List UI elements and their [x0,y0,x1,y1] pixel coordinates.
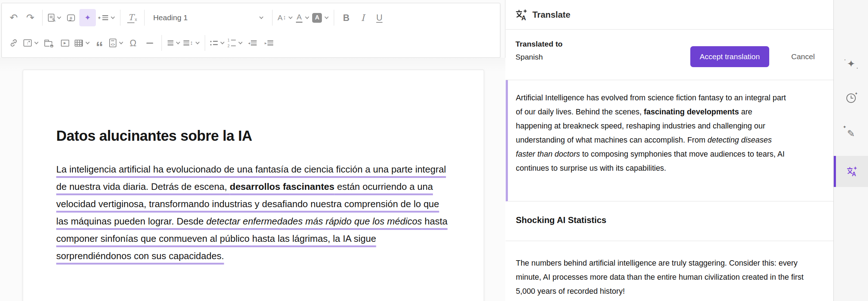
redo-button[interactable]: ↷ [22,9,39,26]
track-changes-icon: ✎ [48,14,54,22]
line-height-button[interactable]: ↕ [182,34,201,52]
heading-dropdown[interactable]: Heading 1 [148,9,269,26]
toolbar-divider [161,35,162,51]
toolbar-divider [272,10,273,26]
file-manager-button[interactable]: + [40,34,57,52]
editor-column: ↶ ↷ ✎ + ✦ ✦ Tx Heading 1 [0,0,505,301]
chevron-down-icon [111,15,115,19]
toolbar-divider [42,10,43,26]
font-size-button[interactable]: A↕ [276,9,294,26]
font-background-color-icon: A [312,13,322,23]
insert-media-button[interactable]: ▶ [57,34,73,52]
image-upload-icon: ↑ [23,39,32,47]
toolbar-divider [334,10,334,26]
document-heading: Datos alucinantes sobre la IA [56,128,449,144]
app-root: ↶ ↷ ✎ + ✦ ✦ Tx Heading 1 [0,0,868,301]
underline-button[interactable]: U [371,9,388,26]
pencil-icon: ✎ [52,17,56,23]
chevron-down-icon [259,15,263,19]
translation-source-block: Artificial Intelligence has evolved from… [506,80,833,201]
sidebar-item-ai-history[interactable]: ✦ [834,83,868,114]
ai-commands-icon: ✦ [97,15,108,21]
svg-text:A: A [521,14,526,21]
media-icon: ▶ [61,40,69,47]
cancel-button[interactable]: Cancel [791,46,815,67]
document-paragraph: La inteligencia artificial ha evoluciona… [56,161,449,265]
statistics-block: The numbers behind artificial intelligen… [506,241,833,301]
translate-icon: A [846,166,858,177]
ai-sparkle-icon: ✦ [84,13,91,22]
bulleted-list-button[interactable] [209,34,226,52]
table-icon [75,40,83,47]
translated-to-label: Translated to [515,40,563,48]
italic-button[interactable]: I [354,9,371,26]
text-alignment-button[interactable] [165,34,182,52]
bold-button[interactable]: B [338,9,354,26]
font-color-button[interactable]: A [294,9,311,26]
list-lines-icon [102,15,108,20]
horizontal-line-button[interactable] [141,34,158,52]
line-height-icon: ↕ [183,40,193,46]
link-icon [9,38,18,48]
translation-source-paragraph: Artificial Intelligence has evolved from… [516,91,790,175]
sidebar-item-ai-assistant[interactable]: ✦ [834,48,868,79]
code-block-icon: <> [109,39,116,47]
track-changes-button[interactable]: ✎ [46,9,63,26]
undo-icon: ↶ [10,13,18,23]
undo-button[interactable]: ↶ [5,9,22,26]
ai-sparkle-icon: ✦ [847,58,855,70]
special-characters-button[interactable]: Ω [125,34,141,52]
sidebar-item-ai-quick-edit[interactable]: ✎✦ [834,118,868,149]
ai-assistant-button[interactable]: ✦ [79,9,96,26]
numbered-list-icon: 1 2 [227,38,236,48]
insert-image-button[interactable]: ↑ [22,34,40,52]
block-quote-button[interactable]: “ [91,34,108,52]
translate-panel: A Translate Translated to Spanish Accept… [506,0,833,301]
chevron-down-icon [176,40,180,44]
add-comment-icon: + [67,14,75,21]
add-comment-button[interactable]: + [63,9,79,26]
document-page[interactable]: Datos alucinantes sobre la IA La intelig… [23,70,484,301]
underline-icon: U [376,13,382,23]
outdent-icon: ◂ [248,40,257,45]
insert-table-button[interactable] [73,34,91,52]
remove-format-button[interactable]: Tx [124,9,141,26]
font-size-icon: A↕ [278,13,286,22]
toolbar-divider [205,35,205,51]
svg-text:A: A [852,171,856,177]
translated-marker: La inteligencia artificial ha evoluciona… [56,164,447,261]
font-color-icon: A [296,13,302,23]
quick-edit-icon: ✎✦ [847,128,855,139]
decrease-indent-button[interactable]: ◂ [244,34,261,52]
bold-icon: B [343,13,349,23]
chevron-down-icon [305,15,309,19]
redo-icon: ↷ [26,13,35,23]
ai-commands-button[interactable]: ✦ [96,9,116,26]
font-background-color-button[interactable]: A [311,9,330,26]
indent-icon: ▸ [265,40,273,45]
chevron-down-icon [325,15,329,19]
link-button[interactable] [5,34,22,52]
chevron-down-icon [289,15,293,19]
sidebar-item-ai-translate[interactable]: A [834,156,868,187]
chevron-down-icon [195,40,199,44]
chevron-down-icon [220,40,224,44]
toolbar-row-1: ↶ ↷ ✎ + ✦ ✦ Tx Heading 1 [5,6,496,29]
target-language: Spanish [515,53,543,61]
align-left-icon [168,40,173,45]
ai-sidebar: ✦ ✦ ✎✦ A [833,0,868,301]
heading-dropdown-value: Heading 1 [153,13,188,22]
panel-actions: Translated to Spanish Accept translation… [506,30,833,80]
sparkle-icon: ✦ [97,15,101,21]
numbered-list-button[interactable]: 1 2 [226,34,244,52]
increase-indent-button[interactable]: ▸ [261,34,277,52]
remove-format-icon: Tx [127,13,137,23]
statistics-paragraph: The numbers behind artificial intelligen… [516,256,812,298]
pencil-icon: ✎ [847,128,855,139]
code-block-button[interactable]: <> [108,34,125,52]
panel-title: Translate [532,10,570,20]
section-heading: Shocking AI Statistics [516,215,823,225]
chevron-down-icon [85,40,89,44]
editor-toolbar: ↶ ↷ ✎ + ✦ ✦ Tx Heading 1 [1,3,500,58]
accept-translation-button[interactable]: Accept translation [690,46,769,67]
